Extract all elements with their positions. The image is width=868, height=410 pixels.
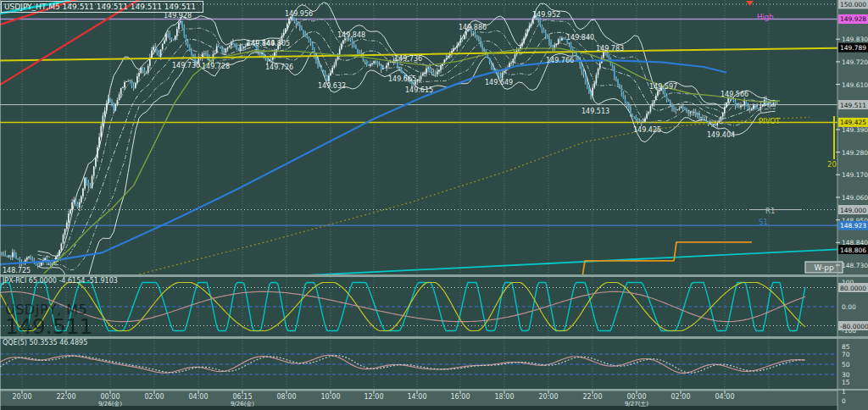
candle-down <box>319 65 320 67</box>
price-label: 149.928 <box>164 12 192 19</box>
candle-down <box>205 53 207 54</box>
candle-down <box>545 33 547 36</box>
s1-label: S1 <box>759 218 768 226</box>
time-label: 02:00 <box>144 393 164 401</box>
price-label: 149.783 <box>596 45 624 53</box>
qqe-axis-tick: 70 <box>842 351 850 358</box>
panel-separator[interactable] <box>0 274 868 277</box>
candle-up <box>561 38 563 41</box>
candle-up <box>216 46 218 53</box>
candle-down <box>583 72 585 75</box>
candle-down <box>267 58 269 61</box>
candle-down <box>379 64 381 65</box>
candle-up <box>719 120 721 122</box>
candle-up <box>162 44 164 50</box>
price-label: 149.805 <box>262 40 290 47</box>
candle-up <box>700 118 702 119</box>
candle-down <box>754 105 756 107</box>
candle-down <box>355 47 357 49</box>
qqe-axis-tick: 30 <box>842 371 850 379</box>
candle-down <box>181 21 183 28</box>
candle-down <box>15 256 17 258</box>
price-label: 149.736 <box>394 55 422 63</box>
candle-down <box>473 33 475 34</box>
candle-up <box>464 36 465 40</box>
candle-down <box>5 254 7 257</box>
candle-down <box>361 53 363 54</box>
candle-up <box>465 31 467 35</box>
price-label: 149.566 <box>721 91 748 98</box>
candle-up <box>101 126 103 137</box>
time-label: 16:00 <box>450 393 470 401</box>
candle-down <box>186 36 187 42</box>
candle-up <box>643 122 644 123</box>
panel-separator[interactable] <box>0 336 868 339</box>
candle-up <box>709 124 711 125</box>
candle-down <box>435 75 437 75</box>
candle-up <box>66 223 68 230</box>
candle-up <box>285 28 287 32</box>
candle-down <box>498 73 500 76</box>
candle-down <box>1 252 3 253</box>
price-label: 149.728 <box>202 63 230 70</box>
candle-down <box>559 39 561 40</box>
candle-up <box>427 68 429 69</box>
candle-down <box>36 263 37 265</box>
candle-up <box>742 105 743 106</box>
candle-up <box>422 74 424 76</box>
candle-down <box>609 56 610 58</box>
candle-up <box>644 119 646 122</box>
candle-up <box>417 80 419 82</box>
candle-down <box>540 19 542 26</box>
rci-axis-box-label: 80.0000 <box>840 285 866 292</box>
candle-up <box>523 38 525 43</box>
price-label: 149.665 <box>388 75 416 83</box>
candle-up <box>448 56 449 58</box>
candle-up <box>726 102 727 107</box>
candle-down <box>682 107 684 108</box>
candle-down <box>626 102 628 106</box>
candle-up <box>151 51 153 58</box>
candle-down <box>236 46 237 50</box>
candle-up <box>229 46 231 47</box>
candle-up <box>679 108 681 109</box>
candle-up <box>178 22 180 29</box>
candle-down <box>14 252 15 256</box>
candle-up <box>596 75 598 83</box>
candle-down <box>489 58 491 63</box>
candle-down <box>398 68 400 69</box>
candle-up <box>387 63 389 65</box>
candle-up <box>529 26 531 30</box>
time-label: 22:00 <box>56 393 75 401</box>
candle-up <box>26 258 28 260</box>
wpp-label-text: W-pp <box>814 263 833 272</box>
candle-down <box>698 114 700 117</box>
candle-down <box>10 255 12 257</box>
chart-canvas[interactable]: 149.928149.956149.952149.886149.848149.8… <box>0 0 868 410</box>
candle-up <box>214 53 216 54</box>
date-label: 9/26(金) <box>231 401 254 407</box>
candle-up <box>240 46 242 50</box>
candle-down <box>623 92 625 99</box>
price-label: 149.848 <box>337 31 365 39</box>
candle-down <box>304 35 306 36</box>
candle-down <box>310 42 312 44</box>
candle-up <box>457 46 459 48</box>
axis-price-box-label: 149.789 <box>840 44 866 52</box>
candle-up <box>243 47 245 48</box>
candle-down <box>715 124 716 125</box>
candle-up <box>119 95 120 101</box>
candle-down <box>553 47 554 47</box>
date-label: 9/27(土) <box>625 401 648 407</box>
candle-up <box>515 54 516 58</box>
candle-up <box>104 111 106 116</box>
candle-down <box>303 30 304 35</box>
candle-up <box>122 87 124 88</box>
candle-up <box>68 213 70 223</box>
price-label: 149.404 <box>707 131 735 139</box>
candle-down <box>37 265 39 266</box>
candle-up <box>454 48 456 49</box>
axis-tick-label: 149.720 <box>842 58 868 66</box>
candle-down <box>326 75 328 81</box>
candle-up <box>140 68 142 73</box>
